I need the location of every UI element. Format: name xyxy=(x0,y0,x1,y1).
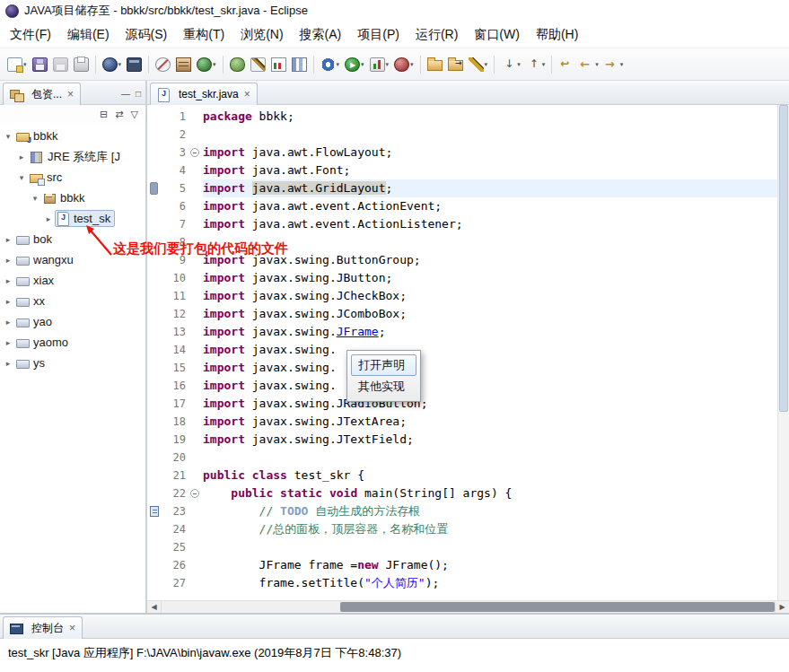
next-annotation-button[interactable]: ▾ xyxy=(499,53,522,76)
code-line[interactable]: 1package bbkk; xyxy=(147,108,789,126)
menu-item-5[interactable]: 搜索(A) xyxy=(292,23,350,47)
expand-arrow-icon[interactable]: ▸ xyxy=(2,318,14,327)
expand-arrow-icon[interactable]: ▸ xyxy=(2,338,14,347)
horizontal-scrollbar-thumb[interactable] xyxy=(340,602,776,612)
menu-item-9[interactable]: 帮助(H) xyxy=(528,23,586,47)
tree-item-9[interactable]: ▸yao xyxy=(0,311,145,332)
close-icon[interactable]: × xyxy=(244,90,250,99)
skip-breakpoints-button[interactable] xyxy=(153,53,172,76)
scroll-left-icon[interactable]: ◀ xyxy=(147,601,162,613)
profile-button[interactable]: ▾ xyxy=(392,53,416,76)
menu-item-0[interactable]: 文件(F) xyxy=(2,23,59,47)
maximize-button[interactable]: □ xyxy=(135,89,142,99)
menu-item-3[interactable]: 重构(T) xyxy=(175,23,232,47)
tab-test-skr-java[interactable]: test_skr.java × xyxy=(150,83,258,105)
code-line[interactable]: 14import javax.swing. xyxy=(147,341,789,359)
collapse-arrow-icon[interactable]: ▾ xyxy=(15,173,28,182)
link-with-editor-icon[interactable]: ⇄ xyxy=(115,109,123,119)
vertical-scrollbar[interactable] xyxy=(777,105,789,600)
tree-item-3[interactable]: ▾bbkk xyxy=(0,188,145,208)
code-line[interactable]: 10import javax.swing.JButton; xyxy=(147,269,789,287)
import-project-button[interactable] xyxy=(446,53,465,76)
tree-item-5[interactable]: ▸bok xyxy=(0,229,145,249)
expand-arrow-icon[interactable]: ▸ xyxy=(2,297,14,306)
expand-arrow-icon[interactable]: ▸ xyxy=(2,359,14,368)
expand-arrow-icon[interactable]: ▸ xyxy=(15,153,28,161)
tree-item-10[interactable]: ▸yaomo xyxy=(0,332,145,353)
code-line[interactable]: 24 //总的面板，顶层容器，名称和位置 xyxy=(147,520,789,538)
tree-item-0[interactable]: ▾bbkk xyxy=(0,126,145,146)
code-line[interactable]: 23 // TODO 自动生成的方法存根 xyxy=(147,502,789,520)
new-wizard-button[interactable]: ▾ xyxy=(5,53,29,76)
last-edit-location-button[interactable] xyxy=(557,53,575,76)
show-columns-button[interactable] xyxy=(290,53,309,76)
popup-item[interactable]: 其他实现 xyxy=(351,376,416,397)
code-line[interactable]: 8 xyxy=(147,233,789,251)
back-button[interactable]: ▾ xyxy=(577,53,601,76)
code-line[interactable]: 27 frame.setTitle("个人简历"); xyxy=(147,574,789,592)
coverage-button[interactable]: ▾ xyxy=(368,53,391,76)
code-line[interactable]: 3import java.awt.FlowLayout; xyxy=(147,144,789,161)
perspective-globe-button[interactable]: ▾ xyxy=(101,53,124,76)
popup-item[interactable]: 打开声明 xyxy=(351,354,416,376)
expand-arrow-icon[interactable]: ▸ xyxy=(42,214,55,223)
collapse-icon[interactable] xyxy=(190,489,199,498)
minimize-button[interactable]: — xyxy=(120,89,131,99)
code-line[interactable]: 6import java.awt.event.ActionEvent; xyxy=(147,197,789,215)
coverage-report-button[interactable] xyxy=(269,53,288,76)
tree-item-7[interactable]: ▸xiax xyxy=(0,270,145,291)
code-area[interactable]: 1package bbkk;23import java.awt.FlowLayo… xyxy=(147,105,789,600)
expand-arrow-icon[interactable]: ▸ xyxy=(2,235,14,244)
code-line[interactable]: 12import javax.swing.JComboBox; xyxy=(147,305,789,323)
print-button[interactable] xyxy=(72,53,91,76)
code-line[interactable]: 5import java.awt.GridLayout; xyxy=(147,179,789,197)
tree-item-2[interactable]: ▾src xyxy=(0,167,145,188)
code-line[interactable]: 2 xyxy=(147,126,789,144)
menu-item-1[interactable]: 编辑(E) xyxy=(59,23,118,47)
new-java-project-button[interactable] xyxy=(174,53,193,76)
annotate-wand-button[interactable]: ▾ xyxy=(467,53,490,76)
close-icon[interactable]: × xyxy=(67,90,74,99)
open-folder-button[interactable] xyxy=(425,53,444,76)
tree-item-8[interactable]: ▸xx xyxy=(0,291,145,311)
code-line[interactable]: 7import java.awt.event.ActionListener; xyxy=(147,215,789,233)
tree-item-1[interactable]: ▸JRE 系统库 [J xyxy=(0,146,145,167)
save-button[interactable] xyxy=(31,53,49,76)
menu-item-8[interactable]: 窗口(W) xyxy=(466,23,528,47)
code-line[interactable]: 11import javax.swing.JCheckBox; xyxy=(147,287,789,305)
code-line[interactable]: 9import javax.swing.ButtonGroup; xyxy=(147,251,789,269)
expand-arrow-icon[interactable]: ▸ xyxy=(2,256,14,265)
code-line[interactable]: 17import javax.swing.JRadioButton; xyxy=(147,395,789,413)
tree-item-4[interactable]: ▸test_sk xyxy=(0,208,145,229)
code-line[interactable]: 15import javax.swing. xyxy=(147,359,789,377)
menu-item-6[interactable]: 项目(P) xyxy=(349,23,408,47)
code-line[interactable]: 13import javax.swing.JFrame; xyxy=(147,323,789,341)
code-line[interactable]: 16import javax.swing. xyxy=(147,377,789,395)
code-line[interactable]: 4import java.awt.Font; xyxy=(147,161,789,179)
code-line[interactable]: 21public class test_skr { xyxy=(147,467,789,484)
code-line[interactable]: 20 xyxy=(147,449,789,467)
code-line[interactable]: 26 JFrame frame =new JFrame(); xyxy=(147,556,789,574)
save-all-button[interactable] xyxy=(51,53,70,76)
menu-item-2[interactable]: 源码(S) xyxy=(118,23,176,47)
collapse-icon[interactable] xyxy=(190,148,199,157)
forward-button[interactable]: ▾ xyxy=(602,53,626,76)
debug-button[interactable] xyxy=(228,53,247,76)
collapse-arrow-icon[interactable]: ▾ xyxy=(2,132,14,141)
code-line[interactable]: 22 public static void main(String[] args… xyxy=(147,484,789,502)
code-line[interactable]: 18import javax.swing.JTextArea; xyxy=(147,413,789,431)
run-button[interactable]: ▾ xyxy=(343,53,366,76)
tab-package-explorer[interactable]: 包资... × xyxy=(3,83,81,105)
collapse-all-icon[interactable]: ⊟ xyxy=(100,109,108,119)
open-console-button[interactable] xyxy=(125,53,144,76)
vertical-scrollbar-thumb[interactable] xyxy=(779,105,788,412)
collapse-arrow-icon[interactable]: ▾ xyxy=(29,194,41,203)
format-brush-button[interactable] xyxy=(249,53,267,76)
menu-item-7[interactable]: 运行(R) xyxy=(408,23,466,47)
menu-item-4[interactable]: 浏览(N) xyxy=(232,23,291,47)
prev-annotation-button[interactable]: ▾ xyxy=(524,53,548,76)
scroll-right-icon[interactable]: ▶ xyxy=(775,601,789,613)
horizontal-scrollbar[interactable]: ◀ ▶ xyxy=(147,600,789,613)
code-line[interactable]: 25 xyxy=(147,538,789,556)
view-menu-icon[interactable]: ▽ xyxy=(131,109,138,119)
